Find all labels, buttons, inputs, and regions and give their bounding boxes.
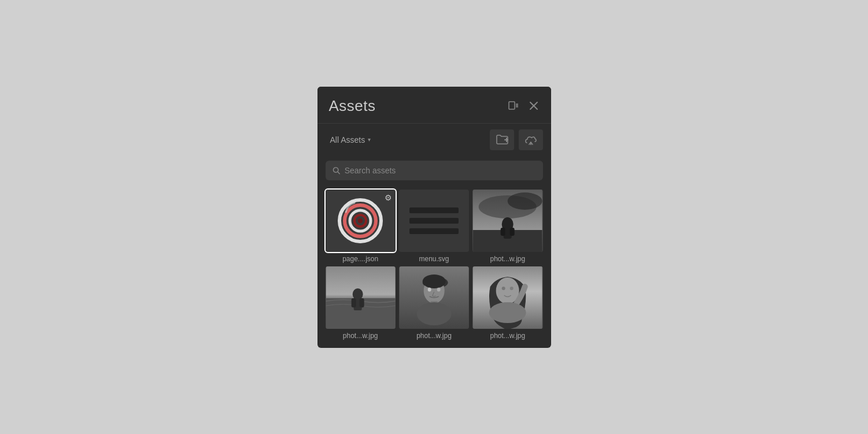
list-item[interactable]: phot...w.jpg [326, 266, 396, 340]
svg-point-31 [422, 275, 445, 288]
expand-panel-button[interactable] [507, 99, 520, 112]
svg-point-13 [358, 218, 363, 223]
menu-line [409, 228, 459, 234]
list-item[interactable]: phot...w.jpg [472, 190, 542, 263]
asset-thumbnail[interactable] [399, 266, 469, 329]
add-folder-button[interactable] [490, 129, 514, 150]
svg-point-38 [502, 287, 505, 290]
panel-title: Assets [329, 97, 376, 115]
svg-point-41 [489, 302, 526, 323]
asset-grid: ⚙ page....json menu.svg [317, 187, 551, 348]
header-icons [507, 99, 540, 112]
asset-thumbnail[interactable] [472, 266, 542, 329]
asset-label: menu.svg [399, 255, 469, 263]
list-item[interactable]: menu.svg [399, 190, 469, 263]
search-input-wrap [326, 161, 543, 180]
svg-point-39 [510, 287, 514, 290]
list-item[interactable]: phot...w.jpg [472, 266, 542, 340]
asset-settings-button[interactable]: ⚙ [385, 193, 392, 202]
asset-label: phot...w.jpg [472, 332, 542, 340]
asset-label: phot...w.jpg [399, 332, 469, 340]
list-item[interactable]: ⚙ page....json [326, 190, 396, 263]
svg-rect-20 [501, 228, 505, 236]
svg-line-8 [337, 172, 339, 173]
gear-icon: ⚙ [385, 193, 392, 202]
close-panel-button[interactable] [528, 100, 540, 112]
asset-thumbnail[interactable] [326, 266, 396, 329]
panel-header: Assets [317, 87, 551, 123]
svg-point-33 [416, 302, 451, 325]
photo-preview [326, 266, 396, 329]
asset-thumbnail[interactable] [472, 190, 542, 252]
asset-label: phot...w.jpg [472, 255, 542, 263]
svg-rect-21 [510, 228, 515, 236]
close-icon [529, 101, 538, 110]
asset-label: page....json [326, 255, 396, 263]
menu-line [409, 207, 459, 213]
svg-point-16 [508, 192, 542, 210]
upload-icon [525, 135, 537, 145]
asset-label: phot...w.jpg [326, 332, 396, 340]
menu-svg-preview [399, 190, 469, 252]
svg-point-34 [427, 287, 431, 291]
svg-rect-26 [351, 298, 356, 307]
assets-panel: Assets All Assets ▾ [317, 87, 551, 348]
photo-preview [399, 266, 469, 329]
svg-rect-1 [516, 103, 518, 107]
asset-thumbnail[interactable] [399, 190, 469, 252]
upload-button[interactable] [519, 129, 543, 150]
add-folder-icon [496, 135, 508, 145]
list-item[interactable]: phot...w.jpg [399, 266, 469, 340]
menu-line [409, 218, 459, 224]
chevron-down-icon: ▾ [368, 136, 371, 143]
search-icon [333, 166, 340, 175]
filter-dropdown-button[interactable]: All Assets ▾ [326, 132, 485, 148]
svg-point-35 [437, 287, 440, 291]
asset-thumbnail[interactable]: ⚙ [326, 190, 396, 252]
toolbar: All Assets ▾ [317, 123, 551, 156]
photo-preview [472, 190, 542, 252]
svg-rect-0 [509, 102, 515, 109]
target-icon [337, 198, 383, 244]
search-bar [317, 156, 551, 187]
filter-label: All Assets [330, 135, 365, 144]
photo-preview [472, 266, 542, 329]
svg-rect-27 [359, 298, 364, 307]
search-input[interactable] [345, 166, 536, 175]
expand-icon [508, 101, 519, 111]
